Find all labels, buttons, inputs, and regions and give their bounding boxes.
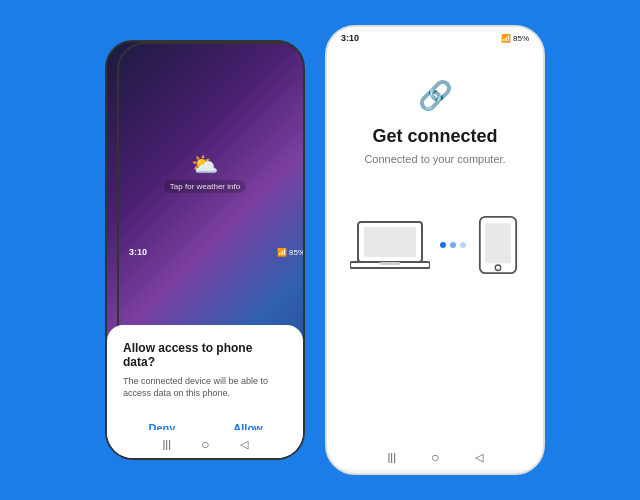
right-phone-status-icons: 📶 85% [501, 34, 529, 43]
connection-diagram [350, 215, 520, 275]
left-nav-recent[interactable]: ||| [162, 438, 171, 450]
dot-2 [450, 242, 456, 248]
connection-link-icon: 🔗 [418, 79, 453, 112]
dot-1 [440, 242, 446, 248]
main-container: 3:10 📶 85% ⛅ Tap for weather info G 🎤 📷 … [0, 0, 640, 500]
svg-rect-1 [364, 227, 416, 257]
right-status-bar: 3:10 📶 85% [327, 27, 543, 49]
right-phone: 3:10 📶 85% 🔗 Get connected Connected to … [325, 25, 545, 475]
left-phone-status-icons: 📶 85% [277, 248, 305, 257]
dialog-title: Allow access to phone data? [123, 341, 287, 369]
left-phone: 3:10 📶 85% ⛅ Tap for weather info G 🎤 📷 … [105, 40, 305, 460]
connection-dots [440, 242, 466, 248]
left-nav-back[interactable]: ◁ [240, 438, 248, 451]
right-nav-back[interactable]: ◁ [475, 451, 483, 464]
left-nav-home[interactable]: ○ [201, 436, 209, 452]
left-phone-time: 3:10 [129, 247, 147, 257]
right-nav-home[interactable]: ○ [431, 449, 439, 465]
right-phone-time: 3:10 [341, 33, 359, 43]
dialog-body: The connected device will be able to acc… [123, 375, 287, 400]
phone-mini-icon [476, 215, 520, 275]
get-connected-title: Get connected [372, 126, 497, 147]
svg-rect-3 [380, 262, 400, 265]
svg-rect-5 [485, 223, 510, 263]
dot-3 [460, 242, 466, 248]
laptop-icon [350, 218, 430, 273]
right-nav-bar: ||| ○ ◁ [327, 449, 543, 465]
svg-point-6 [495, 265, 500, 270]
right-main-content: 🔗 Get connected Connected to your comput… [327, 49, 543, 469]
right-nav-recent[interactable]: ||| [387, 451, 396, 463]
get-connected-subtitle: Connected to your computer. [364, 153, 505, 165]
left-nav-bar: ||| ○ ◁ [107, 430, 303, 458]
